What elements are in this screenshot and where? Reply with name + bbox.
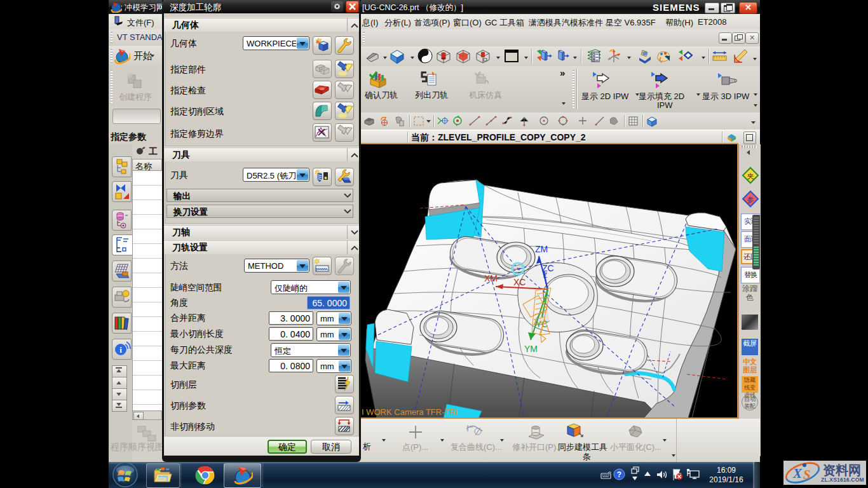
svg-text:YM: YM	[524, 344, 538, 354]
svg-text:参: 参	[747, 196, 754, 203]
svg-text:ZM: ZM	[535, 244, 548, 254]
svg-text:?: ?	[617, 470, 621, 479]
svg-text:S: S	[803, 467, 811, 482]
svg-text:Z: Z	[543, 272, 547, 279]
svg-text:XM: XM	[484, 273, 498, 283]
svg-text:夹: 夹	[747, 172, 754, 180]
svg-text:ZL.XS1616.COM: ZL.XS1616.COM	[821, 477, 864, 483]
svg-text:i: i	[119, 345, 122, 355]
svg-text:资料网: 资料网	[823, 463, 861, 477]
svg-text:XC: XC	[513, 277, 526, 287]
svg-text:I WORK Camera TFR-TRI: I WORK Camera TFR-TRI	[362, 407, 458, 417]
svg-text:X: X	[792, 466, 803, 481]
